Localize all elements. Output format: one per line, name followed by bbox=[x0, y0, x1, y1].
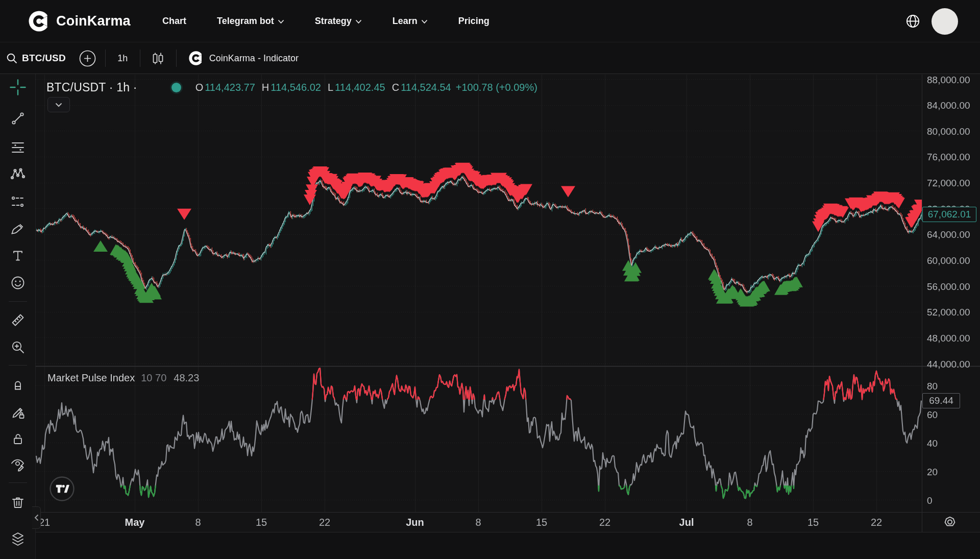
svg-text:Jul: Jul bbox=[679, 517, 694, 528]
svg-text:22: 22 bbox=[871, 517, 882, 528]
svg-text:52,000.00: 52,000.00 bbox=[927, 307, 970, 318]
nav-item-telegram-bot[interactable]: Telegram bot bbox=[217, 16, 284, 27]
nav-item-learn[interactable]: Learn bbox=[393, 16, 428, 27]
toolbar-separator bbox=[176, 50, 177, 67]
svg-text:15: 15 bbox=[536, 517, 547, 528]
legend-collapse-button[interactable] bbox=[47, 97, 70, 112]
chevron-down-icon bbox=[55, 103, 62, 107]
chevron-left-icon bbox=[34, 514, 39, 521]
coinkarma-app: CoinKarma ChartTelegram botStrategyLearn… bbox=[0, 0, 980, 559]
brand-name: CoinKarma bbox=[56, 13, 131, 29]
nav-item-label: Strategy bbox=[315, 16, 352, 27]
mpi-overbought-segments bbox=[312, 368, 897, 400]
open-value: 114,423.77 bbox=[205, 82, 255, 93]
svg-text:20: 20 bbox=[927, 467, 938, 477]
chart-canvas[interactable]: .axlab { font:19px "Liberation Sans", sa… bbox=[0, 74, 980, 559]
svg-text:80,000.00: 80,000.00 bbox=[927, 126, 970, 137]
svg-text:22: 22 bbox=[599, 517, 610, 528]
mpi-legend: Market Pulse Index 10 70 48.23 bbox=[47, 372, 199, 384]
interval-button[interactable]: 1h bbox=[106, 53, 140, 64]
svg-text:88,000.00: 88,000.00 bbox=[927, 75, 970, 85]
high-label: H bbox=[262, 82, 269, 93]
price-pane[interactable] bbox=[36, 163, 927, 307]
toolbar-collapse-tab[interactable] bbox=[32, 506, 41, 529]
brand[interactable]: CoinKarma bbox=[29, 0, 131, 42]
mpi-oversold-segments bbox=[121, 485, 794, 498]
nav-item-label: Learn bbox=[393, 16, 418, 27]
indicator-label: CoinKarma - Indicator bbox=[209, 53, 299, 64]
svg-text:76,000.00: 76,000.00 bbox=[927, 152, 970, 162]
change-value: +100.78 (+0.09%) bbox=[456, 82, 537, 93]
chevron-down-icon bbox=[278, 19, 284, 24]
open-label: O bbox=[195, 82, 204, 93]
mpi-params: 10 70 bbox=[141, 372, 166, 384]
chart-widget: .axlab { font:19px "Liberation Sans", sa… bbox=[0, 74, 980, 559]
coinkarma-indicator-icon bbox=[189, 51, 203, 65]
svg-text:May: May bbox=[125, 517, 145, 528]
candles-icon bbox=[151, 52, 165, 65]
coinkarma-logo-icon bbox=[29, 11, 50, 32]
price-scale-labels[interactable]: 88,000.0084,000.0080,000.0076,000.0072,0… bbox=[927, 75, 970, 506]
svg-text:64,000.00: 64,000.00 bbox=[927, 229, 970, 240]
svg-text:44,000.00: 44,000.00 bbox=[927, 359, 970, 370]
svg-text:72,000.00: 72,000.00 bbox=[927, 178, 970, 188]
series-status-dot bbox=[172, 83, 181, 92]
nav-item-pricing[interactable]: Pricing bbox=[458, 16, 489, 27]
symbol-search[interactable]: BTC/USD bbox=[6, 53, 66, 64]
page-bottom-strip bbox=[36, 532, 980, 559]
top-navbar: CoinKarma ChartTelegram botStrategyLearn… bbox=[0, 0, 980, 42]
close-label: C bbox=[392, 82, 399, 93]
sell-signal-markers bbox=[177, 163, 927, 232]
nav-item-label: Pricing bbox=[458, 16, 489, 27]
user-avatar[interactable] bbox=[932, 8, 958, 35]
svg-text:Jun: Jun bbox=[406, 517, 424, 528]
svg-text:8: 8 bbox=[195, 517, 201, 528]
svg-text:40: 40 bbox=[927, 438, 938, 449]
svg-text:60,000.00: 60,000.00 bbox=[927, 255, 970, 266]
svg-text:80: 80 bbox=[927, 381, 938, 392]
buy-signal-markers bbox=[93, 240, 803, 306]
series-title[interactable]: BTC/USDT · 1h · bbox=[46, 81, 137, 94]
time-scale-labels[interactable]: 21May81522Jun81522Jul81522 bbox=[39, 517, 882, 528]
chart-style-button[interactable] bbox=[140, 52, 176, 65]
svg-text:15: 15 bbox=[256, 517, 267, 528]
nav-item-label: Telegram bot bbox=[217, 16, 274, 27]
axis-settings-gear-button[interactable] bbox=[943, 515, 957, 531]
svg-text:84,000.00: 84,000.00 bbox=[927, 100, 970, 111]
mpi-title[interactable]: Market Pulse Index bbox=[47, 372, 135, 384]
chevron-down-icon bbox=[421, 19, 428, 24]
svg-text:0: 0 bbox=[927, 495, 933, 506]
svg-text:48,000.00: 48,000.00 bbox=[927, 333, 970, 344]
nav-item-strategy[interactable]: Strategy bbox=[315, 16, 362, 27]
plus-circle-icon bbox=[79, 50, 96, 67]
svg-text:15: 15 bbox=[807, 517, 819, 528]
compare-add-button[interactable] bbox=[79, 50, 96, 67]
close-value: 114,524.54 bbox=[401, 82, 451, 93]
tradingview-logo-icon bbox=[50, 476, 75, 501]
mpi-last-value-label: 69.44 bbox=[922, 393, 960, 408]
main-series-legend: BTC/USDT · 1h · O114,423.77H114,546.02L1… bbox=[46, 81, 537, 94]
globe-icon[interactable] bbox=[906, 14, 920, 28]
nav-right bbox=[906, 0, 958, 42]
last-price-label: 67,062.01 bbox=[922, 207, 976, 222]
indicator-chip[interactable]: CoinKarma - Indicator bbox=[189, 51, 299, 65]
gear-icon bbox=[943, 515, 957, 529]
chevron-down-icon bbox=[355, 19, 362, 24]
tradingview-logo[interactable] bbox=[50, 476, 75, 503]
nav-item-chart[interactable]: Chart bbox=[162, 16, 186, 27]
nav-menu: ChartTelegram botStrategyLearnPricing bbox=[162, 0, 489, 42]
low-label: L bbox=[328, 82, 333, 93]
chart-toolbar: BTC/USD 1h CoinKarma - bbox=[0, 43, 980, 74]
ohlc-values: O114,423.77H114,546.02L114,402.45C114,52… bbox=[195, 82, 537, 93]
mpi-current-value: 48.23 bbox=[174, 372, 199, 384]
svg-text:56,000.00: 56,000.00 bbox=[927, 281, 970, 292]
search-icon bbox=[6, 53, 18, 64]
svg-text:22: 22 bbox=[319, 517, 330, 528]
symbol-label: BTC/USD bbox=[22, 53, 66, 64]
nav-item-label: Chart bbox=[162, 16, 186, 27]
high-value: 114,546.02 bbox=[271, 82, 321, 93]
low-value: 114,402.45 bbox=[335, 82, 385, 93]
svg-text:8: 8 bbox=[475, 517, 481, 528]
svg-text:60: 60 bbox=[927, 409, 938, 420]
svg-text:8: 8 bbox=[747, 517, 752, 528]
